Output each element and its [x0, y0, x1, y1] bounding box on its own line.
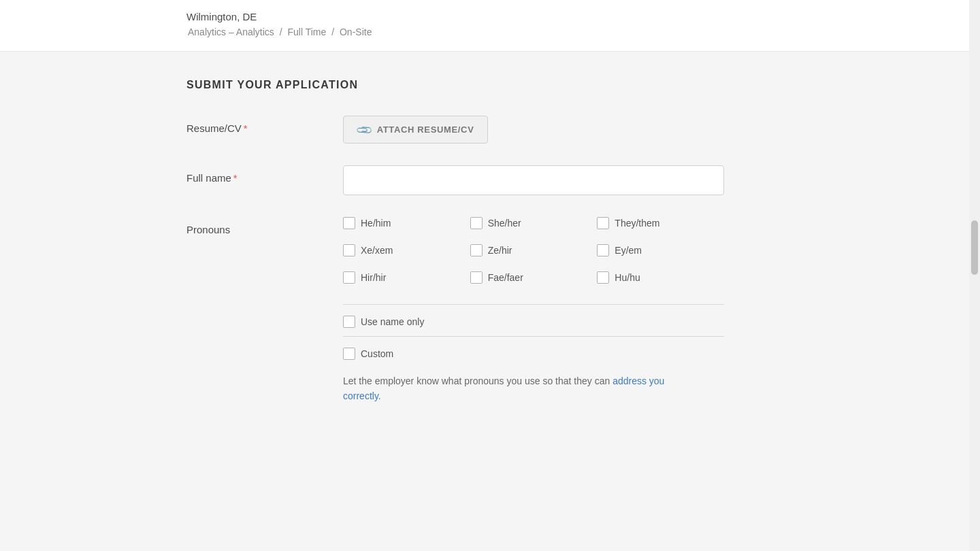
attach-resume-button[interactable]: 📎 ATTACH RESUME/CV: [343, 116, 488, 144]
pronoun-label-ey-em[interactable]: Ey/em: [615, 245, 642, 256]
attach-button-label: ATTACH RESUME/CV: [377, 124, 474, 135]
pronoun-label-ze-hir[interactable]: Ze/hir: [488, 245, 512, 256]
hint-text-part1: Let the employer know what pronouns you …: [343, 375, 610, 386]
checkbox-he-him[interactable]: [343, 217, 355, 229]
checkbox-ze-hir[interactable]: [470, 244, 483, 256]
pronoun-label-xe-xem[interactable]: Xe/xem: [361, 245, 393, 256]
pronoun-label-hir-hir[interactable]: Hir/hir: [361, 272, 386, 283]
scrollbar-track[interactable]: [969, 0, 980, 551]
pronoun-label-she-her[interactable]: She/her: [488, 218, 521, 229]
divider-2: [343, 336, 724, 337]
pronoun-item-ze-hir: Ze/hir: [470, 244, 598, 256]
breadcrumb: Analytics – Analytics / Full Time / On-S…: [186, 27, 794, 37]
pronouns-row-3: Hir/hir Fae/faer Hu/hu: [343, 271, 724, 284]
use-name-only-label[interactable]: Use name only: [361, 316, 424, 327]
resume-field: 📎 ATTACH RESUME/CV: [343, 116, 724, 144]
breadcrumb-part1: Analytics – Analytics: [188, 27, 274, 37]
breadcrumb-part2: Full Time: [288, 27, 327, 37]
top-bar: Wilmington, DE Analytics – Analytics / F…: [0, 0, 980, 52]
breadcrumb-sep2: /: [331, 27, 334, 37]
pronoun-label-hu-hu[interactable]: Hu/hu: [615, 272, 640, 283]
pronoun-item-xe-xem: Xe/xem: [343, 244, 470, 256]
checkbox-xe-xem[interactable]: [343, 244, 355, 256]
pronoun-item-he-him: He/him: [343, 217, 470, 229]
breadcrumb-part3: On-Site: [340, 27, 372, 37]
pronouns-row-1: He/him She/her They/them: [343, 217, 724, 229]
pronouns-grid: He/him She/her They/them Xe/xem: [343, 217, 724, 404]
divider-1: [343, 304, 724, 305]
pronouns-row: Pronouns He/him She/her They/them: [186, 217, 794, 404]
resume-row: Resume/CV* 📎 ATTACH RESUME/CV: [186, 116, 794, 144]
pronoun-item-ey-em: Ey/em: [597, 244, 724, 256]
pronoun-label-fae-faer[interactable]: Fae/faer: [488, 272, 523, 283]
custom-row: Custom: [343, 348, 724, 360]
pronoun-label-they-them[interactable]: They/them: [615, 218, 659, 229]
pronoun-item-fae-faer: Fae/faer: [470, 271, 598, 284]
pronoun-item-they-them: They/them: [597, 217, 724, 229]
full-name-label: Full name*: [186, 165, 343, 184]
checkbox-fae-faer[interactable]: [470, 271, 483, 284]
pronoun-item-hu-hu: Hu/hu: [597, 271, 724, 284]
checkbox-hu-hu[interactable]: [597, 271, 609, 284]
pronoun-item-she-her: She/her: [470, 217, 598, 229]
custom-label[interactable]: Custom: [361, 348, 393, 359]
section-title: SUBMIT YOUR APPLICATION: [186, 79, 794, 91]
checkbox-she-her[interactable]: [470, 217, 483, 229]
use-name-only-row: Use name only: [343, 316, 724, 328]
checkbox-use-name-only[interactable]: [343, 316, 355, 328]
pronoun-label-he-him[interactable]: He/him: [361, 218, 391, 229]
hint-text: Let the employer know what pronouns you …: [343, 373, 683, 404]
pronouns-row-2: Xe/xem Ze/hir Ey/em: [343, 244, 724, 256]
pronoun-item-hir-hir: Hir/hir: [343, 271, 470, 284]
breadcrumb-sep1: /: [280, 27, 282, 37]
location: Wilmington, DE: [186, 11, 794, 22]
pronouns-field: He/him She/her They/them Xe/xem: [343, 217, 724, 404]
checkbox-hir-hir[interactable]: [343, 271, 355, 284]
full-name-required: *: [233, 172, 238, 184]
paperclip-icon: 📎: [355, 120, 374, 139]
pronouns-label: Pronouns: [186, 217, 343, 235]
full-name-input[interactable]: [343, 165, 724, 195]
checkbox-they-them[interactable]: [597, 217, 609, 229]
main-content: SUBMIT YOUR APPLICATION Resume/CV* 📎 ATT…: [0, 52, 980, 453]
scrollbar-thumb[interactable]: [971, 220, 978, 275]
checkbox-ey-em[interactable]: [597, 244, 609, 256]
full-name-row: Full name*: [186, 165, 794, 195]
resume-label: Resume/CV*: [186, 116, 343, 134]
resume-required: *: [244, 122, 248, 134]
full-name-field: [343, 165, 724, 195]
checkbox-custom[interactable]: [343, 348, 355, 360]
